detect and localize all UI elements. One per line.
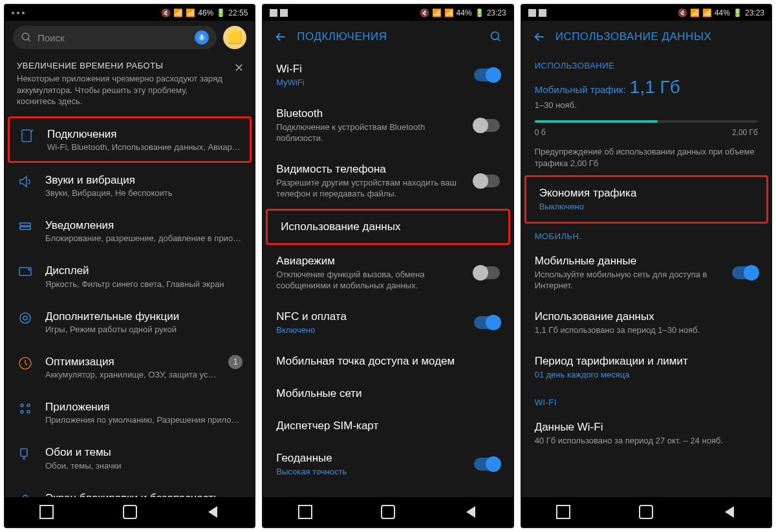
status-notification-dot <box>12 12 14 14</box>
nav-home-button[interactable] <box>634 500 658 524</box>
row-billing-cycle[interactable]: Период тарификации и лимит 01 день каждо… <box>522 345 771 390</box>
svg-point-8 <box>28 269 30 270</box>
svg-point-13 <box>27 404 30 407</box>
bluetooth-toggle[interactable] <box>474 119 500 132</box>
nav-back-button[interactable] <box>459 500 482 524</box>
wallpapers-icon <box>17 445 34 462</box>
status-icon <box>280 9 288 17</box>
highlight-data-usage: Использование данных <box>266 209 510 245</box>
location-toggle[interactable] <box>474 458 500 471</box>
screen-data-usage: 🔇 📶 📶 44% 🔋 23:23 ИСПОЛЬЗОВАНИЕ ДАННЫХ И… <box>521 4 772 528</box>
nav-bar <box>263 497 512 527</box>
row-sim-manager[interactable]: Диспетчер SIM-карт <box>263 410 512 442</box>
nav-back-button[interactable] <box>201 500 224 524</box>
row-hotspot[interactable]: Мобильная точка доступа и модем <box>263 345 512 378</box>
row-title: Экономия трафика <box>539 186 753 200</box>
status-icon <box>539 9 546 17</box>
usage-max: 2,00 Гб <box>732 128 758 137</box>
nav-recent-button[interactable] <box>552 500 575 524</box>
usage-period: 1–30 нояб. <box>535 100 758 110</box>
row-sub: Аккумулятор, хранилище, ОЗУ, защита уст… <box>45 370 217 379</box>
back-arrow-icon[interactable] <box>532 30 546 44</box>
settings-row-connections[interactable]: Подключения Wi-Fi, Bluetooth, Использова… <box>10 118 250 161</box>
settings-row-optimization[interactable]: Оптимизация Аккумулятор, хранилище, ОЗУ,… <box>5 345 254 390</box>
row-title: Уведомления <box>45 218 242 232</box>
section-usage: ИСПОЛЬЗОВАНИЕ <box>522 53 771 74</box>
row-sub: Высокая точность <box>276 467 464 478</box>
status-bar: 🔇 📶 📶 44% 🔋 23:23 <box>263 5 512 21</box>
back-arrow-icon[interactable] <box>274 30 288 44</box>
nav-home-button[interactable] <box>376 500 400 524</box>
profile-avatar[interactable]: 🟨 <box>223 26 246 49</box>
usage-bar <box>535 120 758 123</box>
screen-settings-root: 🔇 📶 📶 46% 🔋 22:55 Поиск 🟨 УВЕЛИЧЕНИЕ ВРЕ… <box>4 4 255 528</box>
nav-recent-button[interactable] <box>294 500 317 524</box>
banner-text: Некоторые приложения чрезмерно расходуют… <box>17 73 242 107</box>
row-location[interactable]: Геоданные Высокая точность <box>263 442 512 487</box>
row-wifi[interactable]: Wi-Fi MyWiFi <box>263 53 512 98</box>
row-title: Авиарежим <box>276 254 464 268</box>
settings-row-advanced[interactable]: Дополнительные функции Игры, Режим работ… <box>5 299 254 345</box>
row-bluetooth[interactable]: Bluetooth Подключение к устройствам Blue… <box>263 98 512 153</box>
screen-connections: 🔇 📶 📶 44% 🔋 23:23 ПОДКЛЮЧЕНИЯ Wi-Fi MyWi… <box>262 4 513 528</box>
airplane-toggle[interactable] <box>474 266 500 279</box>
nav-home-button[interactable] <box>118 500 142 524</box>
status-notification-dot <box>17 12 19 14</box>
row-title: Звуки и вибрация <box>45 173 242 187</box>
battery-tip-banner[interactable]: УВЕЛИЧЕНИЕ ВРЕМЕНИ РАБОТЫ Некоторые прил… <box>5 54 254 116</box>
header-title: ИСПОЛЬЗОВАНИЕ ДАННЫХ <box>555 30 760 43</box>
usage-summary[interactable]: Мобильный трафик: 1,1 Гб 1–30 нояб. 0 б … <box>522 74 771 175</box>
notifications-icon <box>17 218 34 235</box>
row-sub: Игры, Режим работы одной рукой <box>45 325 242 334</box>
mic-icon <box>198 34 206 41</box>
section-wifi: WI-FI <box>522 390 771 411</box>
visibility-toggle[interactable] <box>474 175 500 187</box>
nav-back-button[interactable] <box>718 500 741 524</box>
row-sub: Используйте мобильную сеть для доступа в… <box>535 270 723 292</box>
svg-point-15 <box>27 410 30 413</box>
row-sub: Блокирование, разрешение, добавление в п… <box>45 233 242 243</box>
row-mobile-data[interactable]: Мобильные данные Используйте мобильную с… <box>522 245 771 301</box>
settings-row-lockscreen[interactable]: Экран блокировки и безопасность Always O… <box>5 481 254 497</box>
row-title: Период тарификации и лимит <box>535 354 758 368</box>
svg-rect-6 <box>20 227 30 229</box>
highlight-connections: Подключения Wi-Fi, Bluetooth, Использова… <box>8 116 252 163</box>
settings-row-wallpapers[interactable]: Обои и темы Обои, темы, значки <box>5 435 254 480</box>
row-wifi-usage[interactable]: Данные Wi-Fi 40 Гб использовано за перио… <box>522 411 771 456</box>
row-phone-visibility[interactable]: Видимость телефона Разрешите другим устр… <box>263 153 512 209</box>
banner-title: УВЕЛИЧЕНИЕ ВРЕМЕНИ РАБОТЫ <box>17 61 242 70</box>
settings-row-apps[interactable]: Приложения Приложения по умолчанию, Разр… <box>5 390 254 435</box>
wifi-toggle[interactable] <box>474 69 500 81</box>
row-data-usage[interactable]: Использование данных <box>268 211 508 243</box>
row-sub: MyWiFi <box>276 78 464 89</box>
usage-value: 1,1 Гб <box>630 77 680 98</box>
settings-row-sounds[interactable]: Звуки и вибрация Звуки, Вибрация, Не бес… <box>5 163 254 208</box>
search-input[interactable]: Поиск <box>13 26 217 49</box>
svg-point-12 <box>21 404 23 407</box>
signal-icon: 📶 <box>702 8 712 17</box>
svg-line-1 <box>28 39 30 41</box>
row-mobile-usage[interactable]: Использование данных 1,1 Гб использовано… <box>522 301 771 345</box>
row-title: Мобильные сети <box>276 387 499 401</box>
highlight-data-saver: Экономия трафика Выключено <box>524 175 768 224</box>
svg-point-0 <box>22 33 29 40</box>
row-data-saver[interactable]: Экономия трафика Выключено <box>526 177 766 222</box>
voice-search-button[interactable] <box>195 30 209 45</box>
lock-icon <box>17 491 34 497</box>
row-mobile-networks[interactable]: Мобильные сети <box>263 378 512 410</box>
nav-recent-button[interactable] <box>35 500 58 524</box>
banner-close-button[interactable]: ✕ <box>234 61 244 75</box>
row-airplane[interactable]: Авиарежим Отключение функций вызова, обм… <box>263 245 512 301</box>
settings-row-notifications[interactable]: Уведомления Блокирование, разрешение, до… <box>5 208 254 253</box>
nfc-toggle[interactable] <box>474 316 500 329</box>
svg-rect-2 <box>201 35 203 39</box>
search-icon[interactable] <box>490 30 502 43</box>
row-nfc[interactable]: NFC и оплата Включено <box>263 301 512 345</box>
mute-icon: 🔇 <box>420 8 429 17</box>
row-title: Подключения <box>47 127 241 141</box>
nav-bar <box>522 497 771 527</box>
mute-icon: 🔇 <box>678 8 687 17</box>
clock-text: 23:23 <box>745 8 764 17</box>
settings-row-display[interactable]: Дисплей Яркость, Фильтр синего света, Гл… <box>5 253 254 299</box>
mobile-data-toggle[interactable] <box>732 266 758 279</box>
